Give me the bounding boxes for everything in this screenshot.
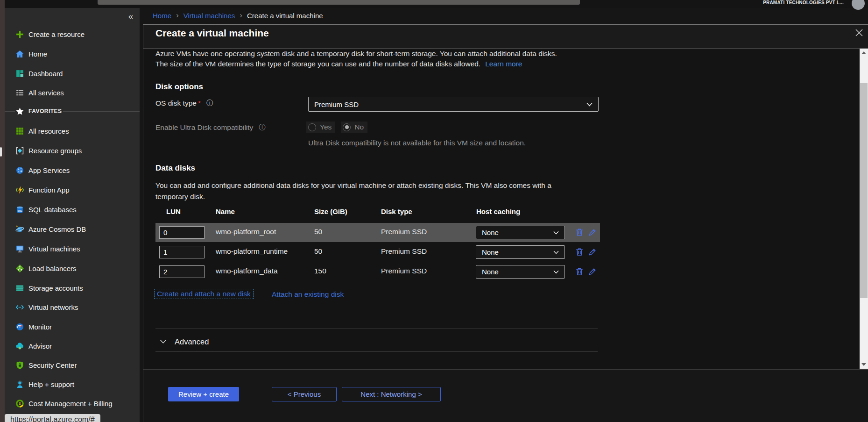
sidebar-item-function-app[interactable]: Function App <box>5 180 140 200</box>
cube-icon <box>15 146 24 155</box>
load-balancer-icon <box>15 264 24 273</box>
chevron-right-icon: › <box>240 11 242 20</box>
breadcrumb-current: Create a virtual machine <box>247 12 323 20</box>
page-title: Create a virtual machine <box>155 28 269 39</box>
attach-existing-disk-link[interactable]: Attach an existing disk <box>272 290 344 299</box>
os-disk-type-label: OS disk type <box>155 99 197 107</box>
sidebar-item-monitor[interactable]: Monitor <box>5 317 140 336</box>
disk-type: Premium SSD <box>381 267 427 275</box>
radio-icon-no-selected[interactable] <box>343 123 351 131</box>
sidebar-item-resource-groups[interactable]: Resource groups <box>5 141 140 160</box>
required-marker: * <box>198 99 201 107</box>
host-caching-dropdown[interactable]: None <box>476 265 565 279</box>
radio-icon-yes[interactable] <box>308 123 316 131</box>
disk-size: 50 <box>314 247 322 256</box>
edit-pencil-icon[interactable] <box>588 228 597 237</box>
os-disk-type-dropdown[interactable]: Premium SSD <box>308 97 599 112</box>
list-icon <box>15 88 24 97</box>
tenant-name[interactable]: PRAMATI TECHNOLOGIES PVT L... <box>763 0 844 6</box>
plus-icon <box>15 29 24 39</box>
lun-input[interactable] <box>159 226 205 239</box>
host-caching-dropdown[interactable]: None <box>476 245 565 259</box>
column-header-name: Name <box>216 207 235 215</box>
sidebar-item-sql-databases[interactable]: SQL SQL databases <box>5 200 140 219</box>
sidebar-item-virtual-machines[interactable]: Virtual machines <box>5 239 140 258</box>
window-edge <box>0 0 5 422</box>
shield-icon <box>15 360 24 370</box>
sql-database-icon: SQL <box>15 205 24 214</box>
divider <box>155 329 598 329</box>
data-disks-heading: Data disks <box>155 164 195 173</box>
sidebar-item-all-services[interactable]: All services <box>5 83 140 102</box>
sidebar-item-create-a-resource[interactable]: Create a resource <box>5 24 140 44</box>
sidebar-item-load-balancers[interactable]: Load balancers <box>5 258 140 278</box>
divider <box>155 351 598 352</box>
avatar[interactable] <box>852 0 865 10</box>
info-icon[interactable]: ⓘ <box>259 123 265 132</box>
column-header-host-caching: Host caching <box>476 207 520 215</box>
sidebar-item-app-services[interactable]: App Services <box>5 160 140 180</box>
create-attach-new-disk-link[interactable]: Create and attach a new disk <box>154 289 254 299</box>
intro-text-line2-row: The size of the VM determines the type o… <box>155 60 522 68</box>
radio-option-no[interactable]: No <box>341 122 367 133</box>
radio-option-yes[interactable]: Yes <box>306 122 335 133</box>
scrollbar-track[interactable] <box>860 49 868 369</box>
advanced-expander[interactable]: Advanced <box>160 335 209 348</box>
data-disks-description-line2: temporary disk. <box>155 193 205 201</box>
host-caching-value: None <box>482 248 499 256</box>
learn-more-link[interactable]: Learn more <box>485 60 522 68</box>
lightning-icon <box>15 185 24 194</box>
scrollbar-thumb[interactable] <box>860 83 868 298</box>
chevron-down-icon <box>160 339 167 344</box>
edit-pencil-icon[interactable] <box>588 267 597 276</box>
radio-label-yes: Yes <box>320 123 332 131</box>
azure-portal-screen: PRAMATI TECHNOLOGIES PVT L... « Create a… <box>0 0 868 422</box>
sidebar-item-advisor[interactable]: Advisor <box>5 336 140 356</box>
chevron-down-icon <box>586 102 593 107</box>
sidebar-item-home[interactable]: Home <box>5 44 140 64</box>
delete-icon[interactable] <box>575 247 584 257</box>
breadcrumb: Home › Virtual machines › Create a virtu… <box>153 10 323 21</box>
sidebar-collapse-icon[interactable]: « <box>125 11 136 22</box>
planet-icon <box>15 224 24 234</box>
sidebar-item-virtual-networks[interactable]: Virtual networks <box>5 297 140 317</box>
svg-text:$: $ <box>19 401 21 405</box>
globe-icon <box>15 165 24 175</box>
disk-name: wmo-platform_runtime <box>216 247 288 256</box>
ultra-disk-radio-group: Yes No <box>306 122 367 133</box>
sidebar-item-security-center[interactable]: Security Center <box>5 355 140 375</box>
column-header-lun: LUN <box>166 207 181 215</box>
scrollbar-down-arrow[interactable] <box>861 363 866 366</box>
sidebar-item-all-resources[interactable]: All resources <box>5 121 140 141</box>
intro-text-line2: The size of the VM determines the type o… <box>155 60 480 68</box>
sidebar-item-dashboard[interactable]: Dashboard <box>5 64 140 83</box>
breadcrumb-virtual-machines[interactable]: Virtual machines <box>183 12 235 20</box>
close-icon[interactable] <box>854 27 865 38</box>
data-disk-row[interactable]: wmo-platform_runtime 50 Premium SSD None <box>155 243 600 262</box>
data-disk-row[interactable]: wmo-platform_root 50 Premium SSD None <box>155 223 600 242</box>
sidebar-item-cost-management-billing[interactable]: $ Cost Management + Billing <box>5 393 140 413</box>
sidebar-item-help-support[interactable]: Help + support <box>5 374 140 394</box>
delete-icon[interactable] <box>575 228 584 237</box>
info-icon[interactable]: ⓘ <box>206 99 213 107</box>
scrollbar-up-arrow[interactable] <box>861 51 866 54</box>
review-create-button[interactable]: Review + create <box>168 387 239 401</box>
lun-input[interactable] <box>159 246 205 258</box>
sidebar-item-azure-cosmos-db[interactable]: Azure Cosmos DB <box>5 219 140 239</box>
next-networking-button[interactable]: Next : Networking > <box>342 387 441 401</box>
disk-type: Premium SSD <box>381 247 427 256</box>
cost-icon: $ <box>15 399 24 408</box>
lun-input[interactable] <box>159 265 205 278</box>
previous-button[interactable]: < Previous <box>272 387 337 401</box>
storage-icon <box>15 283 24 293</box>
breadcrumb-home[interactable]: Home <box>153 12 171 20</box>
delete-icon[interactable] <box>575 267 584 276</box>
sidebar-item-storage-accounts[interactable]: Storage accounts <box>5 278 140 298</box>
data-disk-row[interactable]: wmo-platform_data 150 Premium SSD None <box>155 262 600 281</box>
gauge-icon <box>15 322 24 331</box>
edit-pencil-icon[interactable] <box>588 247 597 257</box>
blade-footer <box>143 369 868 422</box>
host-caching-dropdown[interactable]: None <box>476 226 565 239</box>
column-header-disk-type: Disk type <box>381 207 412 215</box>
top-search-bar-clipped <box>98 0 580 5</box>
